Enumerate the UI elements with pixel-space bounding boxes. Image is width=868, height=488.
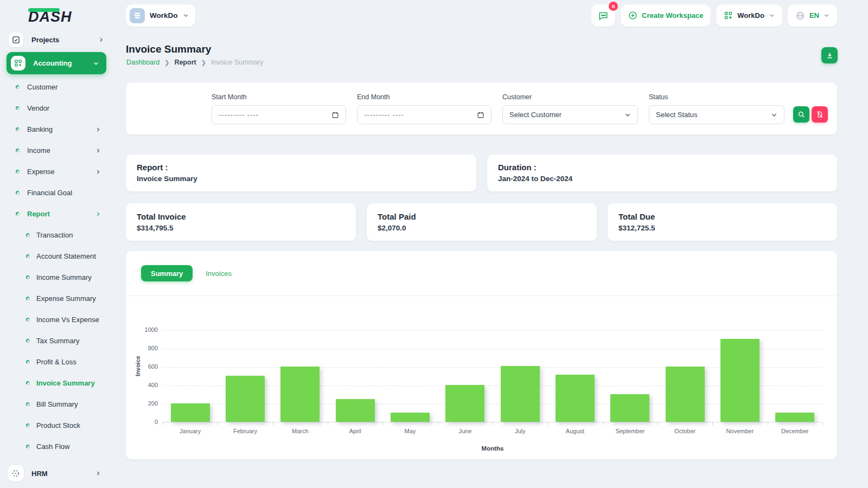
bar-september[interactable]: [610, 394, 649, 422]
sidebar-item-label: Income Summary: [36, 273, 112, 281]
breadcrumb-item[interactable]: Report: [174, 59, 196, 66]
create-workspace-button[interactable]: Create Workspace: [621, 4, 711, 27]
sidebar-item-income-summary[interactable]: Income Summary: [0, 267, 112, 288]
end-month-input[interactable]: --------- ----: [357, 105, 492, 124]
bar-february[interactable]: [226, 376, 265, 422]
bar-october[interactable]: [666, 367, 705, 422]
plus-circle-icon: [628, 11, 637, 20]
breadcrumb-separator: ❯: [201, 59, 206, 66]
sidebar-item-financial-goal[interactable]: Financial Goal: [0, 182, 112, 203]
x-axis-category-label: March: [273, 428, 328, 434]
sidebar-item-income[interactable]: Income: [0, 140, 112, 161]
grid-plus-icon: [11, 56, 25, 70]
sidebar-item-bill-summary[interactable]: Bill Summary: [0, 394, 112, 415]
total-value: $2,070.0: [378, 224, 586, 232]
bullet-icon: [26, 423, 30, 427]
bar-july[interactable]: [501, 366, 540, 422]
sidebar-item-report[interactable]: Report: [0, 203, 112, 224]
bullet-icon: [16, 106, 20, 110]
bar-may[interactable]: [391, 413, 430, 422]
sidebar-item-profit-loss[interactable]: Profit & Loss: [0, 351, 112, 373]
sidebar-item-account-statement[interactable]: Account Statement: [0, 246, 112, 267]
gridline: [163, 330, 822, 331]
app-root: DASH Projects Accounting CustomerVendorB…: [0, 0, 868, 488]
end-month-placeholder: --------- ----: [364, 111, 477, 119]
bullet-icon: [26, 381, 30, 385]
reset-filter-button[interactable]: [812, 106, 828, 123]
sidebar-item-transaction[interactable]: Transaction: [0, 224, 112, 246]
sidebar-item-expense-summary[interactable]: Expense Summary: [0, 288, 112, 309]
bar-march[interactable]: [280, 367, 320, 422]
sidebar-item-vendor[interactable]: Vendor: [0, 98, 112, 119]
globe-icon: [795, 11, 805, 21]
total-label: Total Due: [618, 212, 826, 221]
duration-info-card: Duration : Jan-2024 to Dec-2024: [487, 155, 837, 191]
sidebar-item-invoice-summary[interactable]: Invoice Summary: [0, 373, 112, 394]
breadcrumb-separator: ❯: [164, 59, 169, 66]
x-axis-tick: [438, 422, 438, 425]
customer-label: Customer: [502, 93, 532, 101]
bar-april[interactable]: [336, 399, 375, 422]
sidebar-item-tax-summary[interactable]: Tax Summary: [0, 330, 112, 351]
download-button[interactable]: [821, 47, 838, 63]
workspace-avatar: [130, 8, 145, 23]
chevron-down-icon: [771, 112, 777, 118]
checkbox-icon: [9, 33, 23, 47]
messages-button[interactable]: 0: [591, 4, 615, 27]
x-axis-tick: [328, 422, 328, 425]
x-axis-category-label: June: [438, 428, 493, 434]
x-axis-category-label: October: [658, 428, 712, 434]
tab-summary[interactable]: Summary: [141, 265, 193, 281]
start-month-input[interactable]: --------- ----: [212, 105, 346, 124]
y-axis-tick-label: 800: [136, 345, 158, 351]
search-icon: [797, 111, 805, 118]
sidebar-item-projects[interactable]: Projects: [9, 31, 104, 48]
customer-select[interactable]: Select Customer: [502, 105, 638, 124]
sidebar-item-label: Income Vs Expense: [36, 316, 112, 324]
sidebar-item-expense[interactable]: Expense: [0, 161, 112, 182]
status-select[interactable]: Select Status: [649, 105, 784, 124]
x-axis-tick: [547, 422, 548, 425]
bullet-icon: [26, 360, 30, 364]
chat-icon: [598, 10, 609, 21]
breadcrumb-item[interactable]: Dashboard: [126, 59, 159, 66]
language-selector[interactable]: EN: [788, 4, 837, 27]
sidebar-item-label: Income: [27, 146, 95, 155]
sidebar-item-banking[interactable]: Banking: [0, 119, 112, 140]
sidebar-item-label: Profit & Loss: [36, 358, 112, 366]
bar-december[interactable]: [775, 413, 814, 422]
tab-invoices[interactable]: Invoices: [205, 265, 233, 281]
bullet-icon: [26, 339, 30, 343]
bar-june[interactable]: [445, 385, 484, 422]
breadcrumb-item: Invoice Summary: [211, 59, 264, 66]
sidebar-item-customer[interactable]: Customer: [0, 76, 112, 98]
workspace-selector[interactable]: WorkDo: [126, 4, 195, 27]
language-label: EN: [809, 11, 819, 20]
end-month-label: End Month: [357, 93, 390, 101]
invoice-bar-chart: 02004006008001000JanuaryFebruaryMarchApr…: [163, 330, 822, 422]
sidebar-item-label: Tax Summary: [36, 337, 112, 345]
sidebar-item-label: Projects: [31, 36, 98, 44]
apply-filter-button[interactable]: [793, 106, 809, 123]
sidebar-item-hrm[interactable]: HRM: [0, 461, 112, 485]
x-axis-tick: [603, 422, 603, 425]
sidebar-item-income-vs-expense[interactable]: Income Vs Expense: [0, 309, 112, 330]
bullet-icon: [16, 85, 20, 89]
bullet-icon: [16, 212, 20, 216]
sidebar-item-accounting[interactable]: Accounting: [7, 52, 106, 74]
bar-november[interactable]: [720, 339, 760, 422]
x-axis-title: Months: [163, 445, 822, 452]
bar-january[interactable]: [171, 403, 210, 422]
workdo-menu-button[interactable]: WorkDo: [716, 4, 782, 27]
sidebar-item-label: Report: [27, 210, 95, 218]
sidebar-item-label: Bill Summary: [36, 400, 112, 408]
bar-august[interactable]: [556, 375, 595, 422]
sidebar-item-product-stock[interactable]: Product Stock: [0, 415, 112, 436]
page-title: Invoice Summary: [126, 43, 211, 55]
chevron-right-icon: [95, 211, 101, 217]
sidebar-item-cash-flow[interactable]: Cash Flow: [0, 436, 112, 457]
total-card-total-invoice: Total Invoice$314,795.5: [126, 203, 356, 241]
chart-tabs: SummaryInvoices: [126, 251, 837, 296]
x-axis-category-label: September: [603, 428, 658, 434]
bullet-icon: [16, 149, 20, 152]
